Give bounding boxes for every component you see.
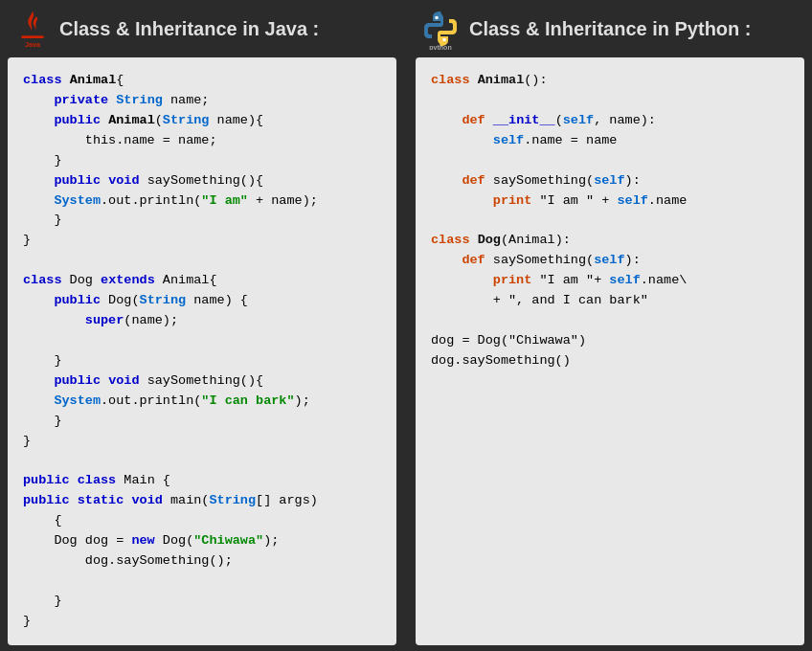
- svg-rect-0: [21, 35, 44, 38]
- java-header: Java Class & Inheritance in Java :: [0, 0, 406, 57]
- panel-divider: [404, 57, 408, 645]
- java-code-block: class Animal{ private String name; publi…: [23, 71, 381, 632]
- python-title: Class & Inheritance in Python :: [469, 18, 752, 40]
- content-row: class Animal{ private String name; publi…: [0, 57, 812, 651]
- svg-point-2: [435, 16, 439, 20]
- java-code-panel: class Animal{ private String name; publi…: [8, 57, 396, 645]
- svg-point-3: [442, 38, 446, 42]
- header-row: Java Class & Inheritance in Java : pytho…: [0, 0, 812, 57]
- svg-text:python: python: [429, 44, 451, 50]
- svg-text:Java: Java: [25, 40, 41, 48]
- java-title: Class & Inheritance in Java :: [59, 18, 319, 40]
- python-icon: python: [421, 10, 460, 48]
- java-icon: Java: [15, 10, 50, 48]
- python-header: python Class & Inheritance in Python :: [406, 0, 812, 57]
- python-code-block: class Animal(): def __init__(self, name)…: [431, 71, 789, 371]
- python-code-panel: class Animal(): def __init__(self, name)…: [416, 57, 804, 645]
